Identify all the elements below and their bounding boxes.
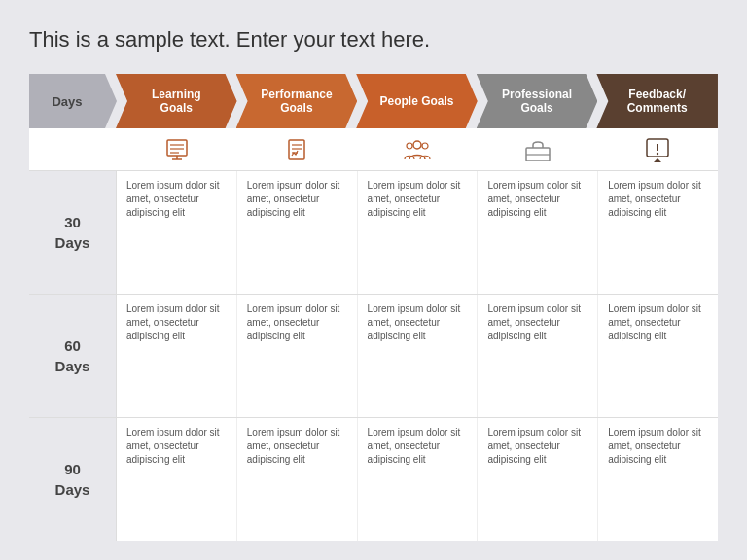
header-col5: Feedback/Comments	[596, 74, 718, 128]
table: Days LearningGoals PerformanceGoals Peop…	[29, 74, 718, 541]
svg-point-17	[657, 152, 658, 154]
row-90: 90Days Lorem ipsum dolor sit amet, onsec…	[29, 418, 718, 541]
header-col1: LearningGoals	[116, 74, 237, 128]
slide: This is a sample text. Enter your text h…	[0, 0, 747, 560]
svg-point-11	[407, 143, 412, 149]
cell-90-5: Lorem ipsum dolor sit amet, onsectetur a…	[598, 418, 718, 541]
svg-point-10	[413, 141, 421, 149]
cell-60-1: Lorem ipsum dolor sit amet, onsectetur a…	[117, 295, 237, 417]
days-label-30: 30Days	[29, 171, 117, 294]
header-row: Days LearningGoals PerformanceGoals Peop…	[29, 74, 718, 128]
days-label-60: 60Days	[29, 295, 117, 417]
days-label-90: 90Days	[29, 418, 117, 541]
icon-performance	[237, 136, 358, 163]
svg-marker-18	[654, 158, 661, 162]
slide-title: This is a sample text. Enter your text h…	[29, 27, 718, 52]
cell-60-2: Lorem ipsum dolor sit amet, onsectetur a…	[237, 295, 358, 417]
cell-60-3: Lorem ipsum dolor sit amet, onsectetur a…	[358, 295, 479, 417]
cell-90-3: Lorem ipsum dolor sit amet, onsectetur a…	[358, 418, 479, 541]
header-col4: ProfessionalGoals	[477, 74, 598, 128]
svg-rect-0	[167, 140, 187, 156]
icon-people	[357, 138, 478, 161]
cell-30-4: Lorem ipsum dolor sit amet, onsectetur a…	[478, 171, 598, 294]
header-col2: PerformanceGoals	[236, 74, 358, 128]
cell-30-3: Lorem ipsum dolor sit amet, onsectetur a…	[358, 171, 479, 294]
cell-30-2: Lorem ipsum dolor sit amet, onsectetur a…	[237, 171, 358, 294]
cell-90-4: Lorem ipsum dolor sit amet, onsectetur a…	[478, 418, 598, 541]
cell-30-5: Lorem ipsum dolor sit amet, onsectetur a…	[598, 171, 718, 294]
header-col3: People Goals	[356, 74, 478, 128]
row-60: 60Days Lorem ipsum dolor sit amet, onsec…	[29, 295, 718, 418]
icon-row	[29, 128, 718, 171]
header-days: Days	[29, 74, 117, 128]
icon-learning	[117, 136, 237, 163]
icon-professional	[478, 138, 598, 161]
cell-30-1: Lorem ipsum dolor sit amet, onsectetur a…	[117, 171, 237, 294]
cell-60-4: Lorem ipsum dolor sit amet, onsectetur a…	[478, 295, 598, 417]
cell-60-5: Lorem ipsum dolor sit amet, onsectetur a…	[598, 295, 718, 417]
cell-90-2: Lorem ipsum dolor sit amet, onsectetur a…	[237, 418, 358, 541]
svg-rect-6	[289, 140, 304, 159]
svg-point-12	[422, 143, 428, 149]
row-30: 30Days Lorem ipsum dolor sit amet, onsec…	[29, 171, 718, 295]
cell-90-1: Lorem ipsum dolor sit amet, onsectetur a…	[117, 418, 237, 541]
icon-feedback	[597, 137, 718, 162]
